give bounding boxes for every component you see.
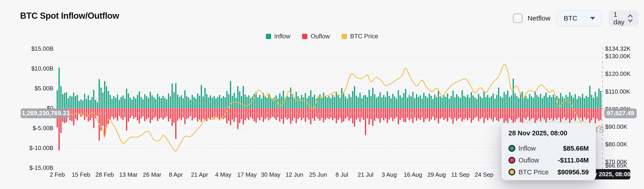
inflow-bar[interactable] bbox=[343, 93, 344, 108]
inflow-bar[interactable] bbox=[56, 90, 58, 108]
inflow-bar[interactable] bbox=[516, 96, 517, 108]
inflow-bar[interactable] bbox=[400, 96, 401, 108]
inflow-bar[interactable] bbox=[110, 95, 111, 108]
inflow-bar[interactable] bbox=[476, 99, 477, 108]
inflow-bar[interactable] bbox=[569, 92, 570, 108]
ouflow-bar[interactable] bbox=[77, 108, 78, 120]
ouflow-bar[interactable] bbox=[447, 108, 448, 122]
inflow-bar[interactable] bbox=[122, 96, 124, 108]
ouflow-bar[interactable] bbox=[159, 108, 160, 119]
inflow-bar[interactable] bbox=[492, 93, 494, 108]
ouflow-bar[interactable] bbox=[527, 108, 528, 117]
inflow-bar[interactable] bbox=[360, 93, 360, 108]
ouflow-bar[interactable] bbox=[283, 108, 284, 124]
ouflow-bar[interactable] bbox=[110, 108, 111, 120]
ouflow-bar[interactable] bbox=[188, 108, 189, 118]
ouflow-bar[interactable] bbox=[310, 108, 311, 124]
ouflow-bar[interactable] bbox=[485, 108, 486, 118]
ouflow-bar[interactable] bbox=[476, 108, 477, 117]
inflow-bar[interactable] bbox=[483, 92, 484, 108]
ouflow-bar[interactable] bbox=[244, 108, 246, 120]
ouflow-bar[interactable] bbox=[370, 108, 372, 119]
ouflow-bar[interactable] bbox=[396, 108, 397, 117]
ouflow-bar[interactable] bbox=[254, 108, 255, 121]
inflow-bar[interactable] bbox=[84, 94, 85, 108]
ouflow-bar[interactable] bbox=[272, 108, 273, 117]
ouflow-bar[interactable] bbox=[483, 108, 484, 123]
inflow-bar[interactable] bbox=[323, 92, 324, 108]
inflow-bar[interactable] bbox=[407, 98, 408, 108]
inflow-bar[interactable] bbox=[297, 96, 298, 108]
ouflow-bar[interactable] bbox=[140, 108, 142, 118]
inflow-bar[interactable] bbox=[203, 96, 204, 108]
inflow-bar[interactable] bbox=[584, 98, 585, 108]
inflow-bar[interactable] bbox=[431, 96, 432, 108]
inflow-bar[interactable] bbox=[172, 83, 173, 108]
ouflow-bar[interactable] bbox=[602, 108, 603, 109]
inflow-bar[interactable] bbox=[602, 108, 603, 109]
inflow-bar[interactable] bbox=[224, 97, 226, 108]
inflow-bar[interactable] bbox=[420, 96, 421, 108]
inflow-bar[interactable] bbox=[465, 97, 466, 108]
ouflow-bar[interactable] bbox=[389, 108, 390, 120]
inflow-bar[interactable] bbox=[336, 92, 337, 108]
ouflow-bar[interactable] bbox=[434, 108, 436, 120]
ouflow-bar[interactable] bbox=[556, 108, 558, 120]
inflow-bar[interactable] bbox=[170, 96, 171, 108]
inflow-bar[interactable] bbox=[451, 96, 452, 108]
ouflow-bar[interactable] bbox=[241, 108, 242, 119]
inflow-bar[interactable] bbox=[102, 92, 104, 108]
inflow-bar[interactable] bbox=[252, 96, 253, 108]
inflow-bar[interactable] bbox=[188, 97, 189, 108]
ouflow-bar[interactable] bbox=[352, 108, 353, 124]
inflow-bar[interactable] bbox=[241, 96, 242, 108]
inflow-bar[interactable] bbox=[246, 97, 248, 108]
inflow-bar[interactable] bbox=[502, 98, 503, 108]
inflow-bar[interactable] bbox=[549, 96, 550, 108]
ouflow-bar[interactable] bbox=[509, 108, 510, 118]
inflow-bar[interactable] bbox=[97, 102, 98, 108]
inflow-bar[interactable] bbox=[458, 96, 459, 108]
ouflow-bar[interactable] bbox=[303, 108, 304, 118]
inflow-bar[interactable] bbox=[312, 97, 313, 108]
ouflow-bar[interactable] bbox=[596, 108, 598, 119]
ouflow-bar[interactable] bbox=[571, 108, 572, 120]
inflow-bar[interactable] bbox=[60, 86, 62, 108]
inflow-bar[interactable] bbox=[210, 96, 211, 108]
ouflow-bar[interactable] bbox=[166, 108, 167, 116]
inflow-bar[interactable] bbox=[155, 99, 156, 108]
inflow-bar[interactable] bbox=[181, 96, 182, 108]
inflow-bar[interactable] bbox=[330, 98, 331, 108]
ouflow-bar[interactable] bbox=[525, 108, 526, 120]
ouflow-bar[interactable] bbox=[268, 108, 269, 120]
inflow-bar[interactable] bbox=[350, 97, 352, 108]
inflow-bar[interactable] bbox=[184, 90, 186, 108]
ouflow-bar[interactable] bbox=[119, 108, 120, 116]
ouflow-bar[interactable] bbox=[524, 108, 525, 118]
inflow-bar[interactable] bbox=[73, 92, 74, 108]
ouflow-bar[interactable] bbox=[343, 108, 344, 122]
ouflow-bar[interactable] bbox=[494, 108, 496, 117]
inflow-bar[interactable] bbox=[389, 96, 390, 108]
ouflow-bar[interactable] bbox=[422, 108, 423, 117]
inflow-bar[interactable] bbox=[525, 96, 526, 108]
ouflow-bar[interactable] bbox=[277, 108, 278, 117]
ouflow-bar[interactable] bbox=[507, 108, 508, 124]
inflow-bar[interactable] bbox=[290, 88, 291, 108]
inflow-bar[interactable] bbox=[100, 88, 102, 108]
ouflow-bar[interactable] bbox=[564, 108, 565, 117]
ouflow-bar[interactable] bbox=[566, 108, 567, 120]
inflow-bar[interactable] bbox=[591, 95, 592, 108]
inflow-bar[interactable] bbox=[553, 94, 554, 108]
inflow-bar[interactable] bbox=[150, 92, 151, 108]
ouflow-bar[interactable] bbox=[84, 108, 85, 120]
ouflow-bar[interactable] bbox=[305, 108, 306, 122]
inflow-bar[interactable] bbox=[71, 96, 72, 108]
ouflow-bar[interactable] bbox=[297, 108, 298, 119]
ouflow-bar[interactable] bbox=[451, 108, 452, 119]
inflow-bar[interactable] bbox=[257, 97, 258, 108]
inflow-bar[interactable] bbox=[598, 88, 600, 108]
ouflow-bar[interactable] bbox=[549, 108, 550, 120]
ouflow-bar[interactable] bbox=[534, 108, 536, 124]
inflow-bar[interactable] bbox=[380, 92, 381, 108]
